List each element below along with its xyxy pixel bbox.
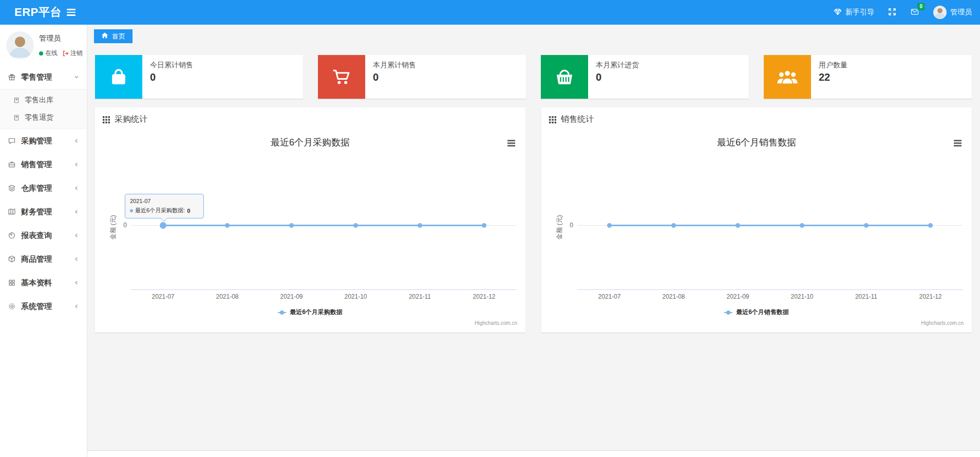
sidebar-item-label: 基本资料 (21, 278, 52, 288)
data-point[interactable] (800, 223, 804, 228)
online-status-icon (39, 51, 43, 56)
sidebar-item-system[interactable]: 系统管理 (0, 295, 87, 318)
series-line (163, 225, 484, 226)
sidebar-item-goods[interactable]: 商品管理 (0, 247, 87, 271)
messages-button[interactable]: 0 (910, 8, 919, 17)
tooltip-series-label: 最近6个月采购数据: (135, 207, 185, 214)
page-footer (87, 450, 980, 457)
sales-stats-panel: 销售统计 最近6个月销售数据 金额 (元) 0 (541, 107, 972, 333)
sidebar-menu: 零售管理 零售出库 (0, 65, 87, 318)
sidebar-item-label: 零售出库 (25, 96, 53, 105)
purchase-stats-panel: 采购统计 最近6个月采购数据 金额 (元) 0 (95, 107, 525, 333)
legend-marker-icon (724, 312, 732, 313)
th-grid-icon (549, 116, 556, 123)
x-axis-tick: 2021-10 (324, 293, 388, 300)
fullscreen-button[interactable] (888, 8, 896, 17)
data-point[interactable] (607, 223, 612, 228)
data-point[interactable] (353, 223, 358, 228)
navbar-right: 新手引导 0 (834, 0, 972, 25)
x-axis-tick: 2021-12 (898, 293, 963, 300)
comment-icon (8, 137, 16, 145)
legend-label: 最近6个月采购数据 (290, 308, 343, 317)
sidebar-item-label: 采购管理 (21, 136, 52, 146)
sidebar-item-retail-outbound[interactable]: 零售出库 (0, 92, 87, 109)
stat-label: 本月累计进货 (596, 61, 639, 70)
x-axis-tick: 2021-12 (452, 293, 516, 300)
pie-chart-icon (8, 231, 16, 240)
journal-icon (13, 97, 21, 104)
plot-area: 2021-07 2021-08 2021-09 2021-10 2021-11 … (131, 130, 516, 328)
data-point[interactable] (289, 223, 294, 228)
chevron-left-icon (74, 209, 79, 214)
legend-item[interactable]: 最近6个月采购数据 (100, 308, 520, 317)
sidebar-item-purchase[interactable]: 采购管理 (0, 129, 87, 153)
user-info: 管理员 在线 注销 (39, 31, 83, 59)
panel-header: 采购统计 (95, 107, 525, 125)
x-axis-tick: 2021-07 (131, 293, 195, 300)
highcharts-credits-link[interactable]: Highcharts.com.cn (921, 320, 964, 326)
panel-header: 销售统计 (541, 107, 972, 125)
sidebar-item-basic-data[interactable]: 基本资料 (0, 271, 87, 295)
stat-label: 今日累计销售 (150, 61, 193, 70)
chevron-left-icon (74, 304, 79, 309)
message-count-badge: 0 (917, 3, 925, 10)
avatar (6, 31, 34, 59)
erp-dashboard: ERP平台 新手引导 (0, 0, 980, 457)
fullscreen-icon (888, 8, 896, 17)
sidebar-item-retail-return[interactable]: 零售退货 (0, 109, 87, 126)
briefcase-icon (8, 160, 16, 169)
legend-label: 最近6个月销售数据 (736, 308, 789, 317)
panel-title: 销售统计 (561, 114, 594, 125)
sales-chart: 最近6个月销售数据 金额 (元) 0 2021-07 (546, 130, 967, 328)
main-content: 首页 今日累计销售 0 (87, 25, 980, 457)
logout-link[interactable]: 注销 (63, 49, 83, 58)
grid-icon (8, 279, 16, 287)
guide-button[interactable]: 新手引导 (834, 8, 874, 17)
chevron-left-icon (74, 280, 79, 285)
th-grid-icon (103, 116, 110, 123)
ledger-icon (8, 208, 16, 216)
data-point[interactable] (418, 223, 422, 228)
user-menu[interactable]: 管理员 (933, 6, 972, 19)
x-axis-tick: 2021-09 (259, 293, 324, 300)
sidebar-item-warehouse[interactable]: 仓库管理 (0, 176, 87, 200)
user-panel: 管理员 在线 注销 (0, 25, 87, 65)
sidebar-toggle-icon[interactable] (67, 9, 76, 17)
sidebar-item-reports[interactable]: 报表查询 (0, 224, 87, 247)
sidebar-item-finance[interactable]: 财务管理 (0, 200, 87, 224)
chevron-down-icon (74, 75, 79, 80)
x-axis-tick: 2021-10 (770, 293, 834, 300)
data-point[interactable] (864, 223, 869, 228)
data-point[interactable] (482, 223, 486, 228)
chevron-left-icon (74, 186, 79, 191)
avatar (933, 6, 947, 19)
guide-label: 新手引导 (845, 8, 874, 17)
stat-value: 22 (819, 71, 847, 83)
data-point[interactable] (225, 223, 230, 228)
logout-label: 注销 (70, 49, 83, 58)
data-point[interactable] (736, 223, 740, 228)
stat-card-month-purchase: 本月累计进货 0 (541, 55, 749, 99)
x-axis-line (131, 289, 516, 290)
stat-card-month-sales: 本月累计销售 0 (318, 55, 526, 99)
sidebar-item-sales[interactable]: 销售管理 (0, 153, 87, 176)
stat-card-user-count: 用户数量 22 (764, 55, 972, 99)
top-navbar: ERP平台 新手引导 (0, 0, 980, 25)
data-point[interactable] (671, 223, 676, 228)
chart-tooltip: 2021-07 最近6个月采购数据: 0 (125, 194, 204, 218)
sidebar-item-label: 仓库管理 (21, 184, 52, 193)
tab-home[interactable]: 首页 (94, 29, 133, 43)
sidebar-item-retail[interactable]: 零售管理 (0, 65, 87, 89)
stat-label: 本月累计销售 (373, 61, 416, 70)
brand-title: ERP平台 (14, 0, 62, 25)
sidebar-item-label: 系统管理 (21, 302, 52, 312)
highcharts-credits-link[interactable]: Highcharts.com.cn (475, 320, 517, 326)
plot-area: 2021-07 2021-08 2021-09 2021-10 2021-11 … (577, 130, 963, 328)
tab-label: 首页 (112, 32, 125, 41)
data-point[interactable] (928, 223, 933, 228)
stat-value: 0 (596, 71, 639, 83)
panel-title: 采购统计 (115, 114, 147, 125)
gem-icon (834, 8, 842, 17)
legend-item[interactable]: 最近6个月销售数据 (546, 308, 967, 317)
chevron-left-icon (74, 257, 79, 262)
